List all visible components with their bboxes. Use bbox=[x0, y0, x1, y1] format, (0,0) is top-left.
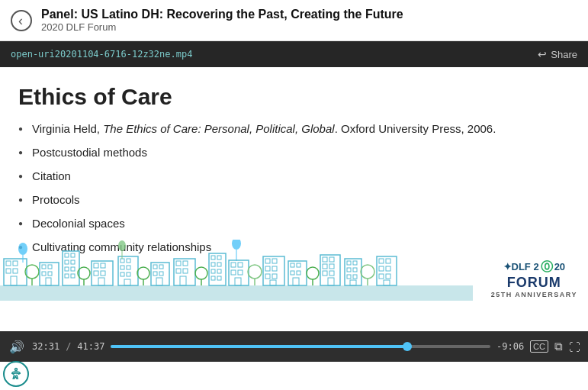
svg-point-50 bbox=[118, 240, 126, 251]
svg-rect-65 bbox=[211, 263, 215, 266]
video-topbar: open-uri20201104-6716-12z32ne.mp4 ↩ Shar… bbox=[0, 41, 588, 67]
video-controls: 🔊 32:31 / 41:37 -9:06 CC ⧉ ⛶ bbox=[0, 331, 588, 362]
svg-rect-63 bbox=[211, 256, 215, 259]
svg-rect-67 bbox=[211, 269, 215, 273]
slide-area: Ethics of Care Virginia Held, The Ethics… bbox=[0, 67, 588, 331]
total-time: 41:37 bbox=[77, 341, 104, 352]
svg-point-121 bbox=[15, 369, 18, 371]
svg-rect-54 bbox=[174, 259, 195, 285]
share-button[interactable]: ↩ Share bbox=[538, 48, 577, 60]
svg-rect-57 bbox=[176, 269, 181, 273]
svg-rect-75 bbox=[238, 270, 243, 275]
svg-rect-119 bbox=[386, 274, 390, 279]
svg-rect-31 bbox=[98, 278, 104, 285]
svg-rect-88 bbox=[291, 263, 294, 267]
svg-point-93 bbox=[307, 267, 319, 279]
progress-bar[interactable] bbox=[111, 345, 490, 348]
svg-rect-71 bbox=[229, 260, 249, 285]
list-item: Citation bbox=[18, 168, 570, 184]
svg-rect-55 bbox=[176, 261, 181, 266]
svg-point-77 bbox=[248, 265, 262, 279]
svg-rect-115 bbox=[386, 259, 390, 263]
dlf-forum-text: FORUM bbox=[491, 275, 577, 292]
svg-rect-12 bbox=[42, 272, 46, 276]
volume-icon: 🔊 bbox=[9, 340, 24, 354]
volume-button[interactable]: 🔊 bbox=[8, 338, 26, 356]
slide-list: Virginia Held, The Ethics of Care: Perso… bbox=[18, 121, 570, 255]
svg-rect-68 bbox=[217, 269, 221, 273]
svg-rect-38 bbox=[127, 272, 130, 276]
list-text: Decolonial spaces bbox=[32, 215, 125, 231]
svg-rect-96 bbox=[323, 257, 327, 262]
svg-rect-56 bbox=[183, 261, 188, 266]
svg-rect-6 bbox=[11, 276, 17, 285]
svg-rect-17 bbox=[71, 253, 75, 257]
svg-rect-21 bbox=[71, 267, 75, 271]
svg-rect-30 bbox=[101, 271, 105, 276]
share-icon: ↩ bbox=[538, 48, 547, 60]
svg-rect-33 bbox=[120, 259, 124, 263]
current-time: 32:31 bbox=[32, 341, 59, 352]
svg-rect-70 bbox=[217, 276, 221, 280]
list-item: Protocols bbox=[18, 192, 570, 208]
share-label: Share bbox=[551, 49, 577, 60]
svg-rect-83 bbox=[272, 266, 277, 271]
svg-rect-114 bbox=[379, 259, 384, 263]
svg-point-60 bbox=[195, 267, 207, 279]
svg-rect-43 bbox=[153, 265, 157, 269]
svg-rect-35 bbox=[120, 266, 124, 269]
svg-rect-76 bbox=[235, 278, 241, 285]
accessibility-button[interactable] bbox=[3, 361, 29, 387]
svg-rect-36 bbox=[127, 266, 130, 269]
svg-rect-73 bbox=[238, 263, 243, 267]
svg-rect-23 bbox=[71, 274, 75, 278]
video-container: open-uri20201104-6716-12z32ne.mp4 ↩ Shar… bbox=[0, 41, 588, 362]
svg-rect-81 bbox=[272, 259, 277, 263]
svg-rect-97 bbox=[329, 257, 334, 262]
svg-point-48 bbox=[18, 243, 27, 255]
svg-rect-3 bbox=[13, 261, 18, 266]
book-title: The Ethics of Care: Personal, Political,… bbox=[103, 122, 334, 135]
page-header: Panel: US Latino DH: Recovering the Past… bbox=[0, 0, 588, 41]
cc-button[interactable]: CC bbox=[530, 340, 548, 353]
svg-rect-13 bbox=[48, 272, 52, 276]
svg-point-40 bbox=[137, 267, 149, 279]
svg-point-111 bbox=[361, 265, 374, 279]
progress-thumb bbox=[403, 342, 412, 351]
svg-rect-1 bbox=[4, 259, 27, 285]
pip-icon: ⧉ bbox=[554, 340, 563, 353]
svg-rect-64 bbox=[217, 256, 221, 259]
time-separator: / bbox=[66, 341, 71, 352]
svg-rect-86 bbox=[270, 280, 276, 285]
list-item: Virginia Held, The Ethics of Care: Perso… bbox=[18, 121, 570, 137]
svg-rect-18 bbox=[65, 260, 69, 264]
svg-rect-80 bbox=[265, 259, 270, 263]
svg-rect-91 bbox=[297, 271, 300, 275]
back-button[interactable] bbox=[11, 10, 32, 31]
svg-rect-59 bbox=[180, 276, 186, 285]
fullscreen-icon: ⛶ bbox=[569, 340, 580, 353]
svg-rect-45 bbox=[153, 272, 157, 276]
svg-rect-82 bbox=[265, 266, 270, 271]
list-item: Postcustodial methods bbox=[18, 144, 570, 160]
svg-rect-74 bbox=[231, 270, 236, 275]
fullscreen-button[interactable]: ⛶ bbox=[569, 340, 580, 353]
svg-rect-72 bbox=[231, 263, 236, 267]
dlf-anniversary-text: 25TH ANNIVERSARY bbox=[491, 291, 577, 299]
buildings-illustration bbox=[0, 240, 473, 301]
list-text: Postcustodial methods bbox=[32, 144, 147, 160]
svg-rect-108 bbox=[347, 275, 351, 279]
svg-rect-100 bbox=[323, 271, 327, 276]
time-remaining: -9:06 bbox=[496, 341, 524, 352]
svg-rect-37 bbox=[120, 272, 124, 276]
svg-rect-120 bbox=[384, 280, 390, 285]
pip-button[interactable]: ⧉ bbox=[554, 340, 563, 353]
svg-rect-95 bbox=[320, 255, 340, 285]
svg-rect-107 bbox=[353, 268, 357, 272]
svg-rect-4 bbox=[6, 269, 11, 273]
svg-rect-87 bbox=[288, 261, 307, 285]
svg-rect-22 bbox=[65, 274, 69, 278]
dlf-logo: ✦DLF 2⓪20 FORUM 25TH ANNIVERSARY bbox=[491, 259, 577, 299]
svg-rect-90 bbox=[291, 271, 294, 275]
svg-rect-39 bbox=[124, 279, 130, 285]
